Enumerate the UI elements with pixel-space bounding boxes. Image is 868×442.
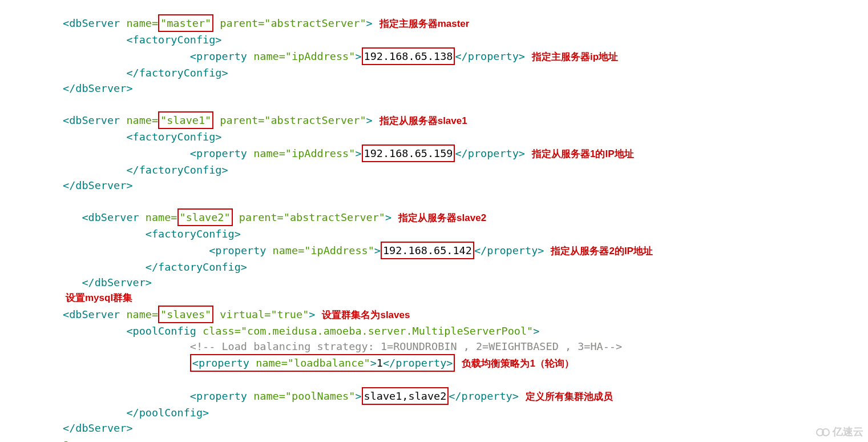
watermark-icon	[815, 427, 830, 438]
poolnames-value: slave1,slave2	[364, 390, 447, 402]
slave1-ip: 192.168.65.159	[364, 147, 453, 159]
ann-slave1-ip: 指定从服务器1的IP地址	[532, 146, 634, 162]
boxed-slave1-ip: 192.168.65.159	[362, 144, 455, 162]
slave2-open: <dbServer name="slave2" parent="abstract…	[63, 208, 868, 226]
poolconfig-open: <poolConfig class="com.meidusa.amoeba.se…	[63, 323, 868, 339]
watermark-text: 亿速云	[833, 424, 863, 440]
tag-dbserver: <dbServer	[63, 17, 120, 29]
factory-open: <factoryConfig>	[63, 32, 868, 47]
slave2-name: slave2	[186, 211, 224, 223]
boxed-slave1-name: "slave1"	[158, 111, 213, 129]
boxed-slave2-ip: 192.168.65.142	[381, 242, 474, 259]
slave2-ip-line: <property name="ipAddress">192.168.65.14…	[63, 242, 868, 259]
ann-poolnames: 定义所有集群池成员	[526, 389, 613, 404]
comment-line: <!-- Load balancing strategy: 1=ROUNDROB…	[63, 339, 868, 354]
cursor-icon: ▯	[63, 436, 69, 442]
ann-cluster: 设置mysql群集	[66, 290, 868, 306]
slaves-name: slaves	[167, 308, 205, 320]
ann-slave2-name: 指定从服务器slave2	[398, 210, 486, 226]
boxed-loadbalance: <property name="loadbalance">1</property…	[190, 354, 455, 372]
master-ip-line: <property name="ipAddress">192.168.65.13…	[63, 47, 868, 65]
watermark: 亿速云	[815, 424, 863, 440]
slave1-ip-line: <property name="ipAddress">192.168.65.15…	[63, 144, 868, 162]
loadbalance-value: 1	[377, 357, 383, 369]
ann-slave1-name: 指定从服务器slave1	[380, 113, 467, 128]
code-page: <dbServer name="master" parent="abstract…	[0, 0, 868, 442]
master-ip: 192.168.65.138	[364, 50, 453, 62]
factory-close: </factoryConfig>	[63, 65, 868, 81]
poolnames-line: <property name="poolNames">slave1,slave2…	[63, 387, 868, 405]
master-open: <dbServer name="master" parent="abstract…	[63, 14, 868, 32]
boxed-poolnames: slave1,slave2	[362, 387, 449, 405]
master-name: master	[167, 17, 205, 29]
boxed-master-ip: 192.168.65.138	[362, 47, 455, 65]
boxed-slaves-name: "slaves"	[158, 306, 213, 323]
slave1-name: slave1	[167, 114, 205, 126]
boxed-master-name: "master"	[158, 14, 213, 32]
boxed-slave2-name: "slave2"	[177, 208, 233, 226]
ann-loadbalance: 负载均衡策略为1（轮询）	[462, 356, 574, 371]
ann-master-name: 指定主服务器master	[380, 16, 470, 31]
slave2-ip: 192.168.65.142	[383, 244, 472, 256]
blank	[63, 96, 868, 111]
slaves-open: <dbServer name="slaves" virtual="true">设…	[63, 306, 868, 323]
ann-slave2-ip: 指定从服务器2的IP地址	[551, 243, 653, 259]
ann-slaves-name: 设置群集名为slaves	[322, 307, 410, 323]
slave1-open: <dbServer name="slave1" parent="abstract…	[63, 111, 868, 129]
cursor-line: ▯	[63, 436, 868, 442]
dbserver-close: </dbServer>	[63, 81, 868, 96]
loadbalance-line: <property name="loadbalance">1</property…	[63, 354, 868, 372]
ann-master-ip: 指定主服务器ip地址	[532, 49, 618, 65]
